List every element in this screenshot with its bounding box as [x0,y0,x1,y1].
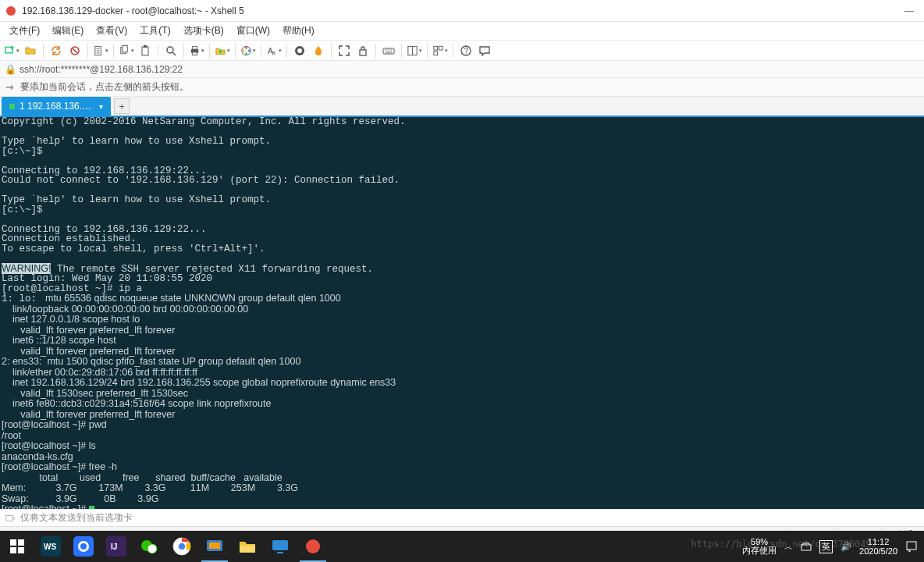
send-bar[interactable]: 仅将文本发送到当前选项卡 [0,509,924,526]
color-button[interactable] [240,43,257,59]
separator [183,44,184,58]
font-button[interactable]: Aa [265,43,283,59]
title-bar: 192.168.136.129-docker - root@localhost:… [0,0,924,22]
start-button[interactable] [0,531,34,562]
svg-rect-24 [434,46,438,50]
separator [87,44,88,58]
new-session-button[interactable] [3,43,20,59]
task-icon-webstorm[interactable]: WS [34,531,67,562]
menu-window[interactable]: 窗口(W) [230,24,276,37]
window-title: 192.168.136.129-docker - root@localhost:… [22,5,899,16]
script-button[interactable] [291,43,308,59]
disconnect-button[interactable] [66,43,84,59]
svg-rect-25 [439,46,442,50]
windows-taskbar: WS IJ https://blog.csdn.net/qq_37960497 … [0,531,924,562]
terminal[interactable]: Copyright (c) 2002-2016 NetSarang Comput… [0,117,924,509]
status-dot-icon [9,104,15,109]
tab-strip: 1 192.168.136.129-do... ▾ + [0,97,924,117]
menu-tools[interactable]: 工具(T) [133,24,176,37]
svg-rect-22 [383,48,394,54]
task-icon-explorer[interactable] [231,531,264,562]
menu-view[interactable]: 查看(V) [90,24,133,37]
separator [158,44,158,58]
task-icon-chrome[interactable] [165,531,198,562]
separator [286,44,287,58]
arrow-icon[interactable] [5,82,16,93]
separator [331,44,332,58]
print-button[interactable] [188,43,205,59]
add-tab-button[interactable]: + [114,98,130,114]
menu-bar: 文件(F) 编辑(E) 查看(V) 工具(T) 选项卡(B) 窗口(W) 帮助(… [0,22,924,41]
menu-edit[interactable]: 编辑(E) [46,24,90,37]
svg-rect-7 [144,45,147,48]
svg-point-8 [167,47,173,53]
svg-rect-26 [434,51,438,55]
properties-button[interactable] [92,43,109,59]
lock-button[interactable] [354,43,371,59]
svg-rect-5 [123,45,128,52]
svg-point-13 [245,46,247,48]
svg-point-42 [147,544,157,553]
find-button[interactable] [162,43,179,59]
separator [235,44,236,58]
svg-rect-11 [193,52,197,55]
tab-close-icon[interactable]: ▾ [99,102,103,111]
separator [375,44,376,58]
svg-rect-50 [272,540,288,550]
hint-text: 要添加当前会话，点击左侧的箭头按钮。 [20,80,189,94]
fullscreen-button[interactable] [336,43,353,59]
paste-button[interactable] [137,43,154,59]
svg-point-0 [6,6,16,16]
task-icon-todesk[interactable] [67,531,100,562]
tile-button[interactable] [432,43,449,59]
svg-text:a: a [272,48,276,55]
separator [113,44,114,58]
layout-button[interactable] [406,43,423,59]
open-button[interactable] [22,43,39,59]
transfer-button[interactable] [214,43,231,59]
send-text: 仅将文本发送到当前选项卡 [20,511,133,525]
svg-text:WS: WS [44,542,56,551]
address-text: ssh://root:********@192.168.136.129:22 [20,64,183,75]
svg-rect-29 [6,515,13,521]
task-icon-remote[interactable] [264,531,297,562]
help-button[interactable]: ? [457,43,474,59]
svg-point-52 [306,539,320,553]
feedback-button[interactable] [476,43,493,59]
task-icon-idea[interactable]: IJ [100,531,133,562]
menu-tabs[interactable]: 选项卡(B) [177,24,230,37]
highlight-button[interactable] [310,43,327,59]
session-tab[interactable]: 1 192.168.136.129-do... ▾ [2,97,111,116]
svg-rect-31 [18,539,24,546]
task-icon-vmware[interactable] [198,531,231,562]
svg-rect-21 [360,50,366,55]
tool-bar: Aa ? [0,41,924,61]
app-icon [5,5,17,17]
watermark: https://blog.csdn.net/qq_37960497 [691,539,877,550]
task-icon-wechat[interactable] [133,531,165,562]
tray-notif-icon[interactable] [905,540,918,553]
svg-rect-32 [10,547,16,553]
svg-rect-51 [277,552,283,553]
send-icon [5,513,16,524]
svg-rect-10 [193,46,197,49]
svg-rect-49 [240,546,255,553]
svg-point-16 [242,49,244,52]
separator [209,44,210,58]
menu-help[interactable]: 帮助(H) [276,24,321,37]
svg-point-15 [245,52,247,55]
minimize-button[interactable]: — [899,5,919,16]
svg-rect-30 [10,539,16,546]
hint-bar: 要添加当前会话，点击左侧的箭头按钮。 [0,78,924,97]
task-icon-xshell[interactable] [297,531,329,562]
address-bar[interactable]: 🔒 ssh://root:********@192.168.136.129:22 [0,61,924,78]
svg-point-14 [248,49,251,52]
reconnect-button[interactable] [48,43,65,59]
separator [43,44,44,58]
keyboard-button[interactable] [380,43,397,59]
tab-label: 1 192.168.136.129-do... [20,101,94,112]
svg-point-20 [297,48,302,53]
svg-point-38 [80,543,87,550]
copy-button[interactable] [118,43,135,59]
menu-file[interactable]: 文件(F) [3,24,46,37]
